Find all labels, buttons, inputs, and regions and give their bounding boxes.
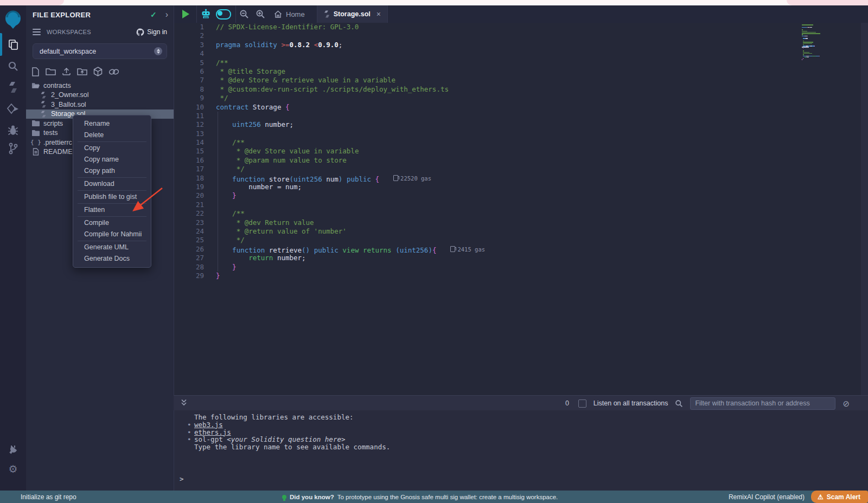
code-lines: 1// SPDX-License-Identifier: GPL-3.023pr… <box>174 23 868 280</box>
tree-item-3-ballot-sol[interactable]: 3_Ballot.sol <box>26 100 174 109</box>
close-tab-icon[interactable]: × <box>376 10 381 18</box>
line-number: 5 <box>174 59 204 67</box>
upload-file-icon[interactable] <box>62 67 71 76</box>
main-area: Home Storage.sol × 1// SPDX-License-Iden… <box>174 5 868 491</box>
line-number: 9 <box>174 94 204 102</box>
tree-item-label: scripts <box>43 120 63 127</box>
context-menu-item-generate-uml[interactable]: Generate UML <box>73 242 151 253</box>
editor-scrollbar[interactable] <box>861 23 868 395</box>
git-init-button[interactable]: Initialize as git repo <box>0 493 76 501</box>
terminal-line: •sol-gpt <your Solidity question here> <box>174 436 868 443</box>
line-number: 7 <box>174 76 204 85</box>
terminal-line: •ethers.js <box>174 429 868 436</box>
workspace-selected-value: default_workspace <box>40 48 154 55</box>
line-number: 13 <box>174 130 204 138</box>
chevron-right-icon[interactable]: › <box>165 10 168 20</box>
workspace-select[interactable]: default_workspace <box>33 43 167 59</box>
braces-icon: { } <box>31 139 40 146</box>
context-menu-item-publish-file-to-gist[interactable]: Publish file to gist <box>73 191 151 203</box>
minimap[interactable] <box>801 23 840 395</box>
tab-storage-sol[interactable]: Storage.sol × <box>317 5 387 23</box>
code-editor[interactable]: 1// SPDX-License-Identifier: GPL-3.023pr… <box>174 23 868 395</box>
context-menu-item-rename[interactable]: Rename <box>73 118 151 130</box>
terminal-line: •web3.js <box>174 421 868 429</box>
context-menu-item-copy-path[interactable]: Copy path <box>73 165 151 177</box>
scam-alert-button[interactable]: ⚠ Scam Alert <box>811 491 868 503</box>
code-line-7: 7 * @dev Store & retrieve value in a var… <box>174 76 868 85</box>
lightbulb-icon <box>282 495 286 499</box>
search-icon[interactable] <box>0 57 26 75</box>
line-number: 21 <box>174 201 204 209</box>
context-menu-item-delete[interactable]: Delete <box>73 130 151 141</box>
code-line-14: 14 /** <box>174 138 868 147</box>
line-number: 20 <box>174 191 204 200</box>
tree-item-2-owner-sol[interactable]: 2_Owner.sol <box>26 91 174 100</box>
zoom-in-icon[interactable] <box>252 9 269 19</box>
code-line-25: 25 */ <box>174 236 868 244</box>
line-number: 27 <box>174 254 204 262</box>
terminal-prompt[interactable]: > <box>180 475 184 483</box>
solidity-compiler-icon[interactable] <box>0 78 26 96</box>
context-menu-item-copy[interactable]: Copy <box>73 143 151 154</box>
debugger-icon[interactable] <box>0 121 26 139</box>
code-line-11: 11 <box>174 112 868 120</box>
upload-folder-icon[interactable] <box>77 67 87 76</box>
copilot-toggle[interactable] <box>216 9 231 20</box>
context-menu-item-copy-name[interactable]: Copy name <box>73 154 151 165</box>
code-line-6: 6 * @title Storage <box>174 67 868 76</box>
line-number: 28 <box>174 263 204 272</box>
new-folder-icon[interactable] <box>46 67 56 76</box>
line-number: 18 <box>174 174 204 183</box>
home-icon <box>274 10 282 18</box>
copilot-status[interactable]: RemixAI Copilot (enabled) <box>729 493 805 501</box>
sign-in-button[interactable]: Sign in <box>136 28 167 36</box>
load-cube-icon[interactable] <box>93 67 103 76</box>
workspaces-menu-icon[interactable] <box>33 27 41 37</box>
tree-item-label: 2_Owner.sol <box>51 91 88 99</box>
code-line-16: 16 * @param num value to store <box>174 156 868 165</box>
library-link[interactable]: ethers.js <box>194 429 231 436</box>
status-bar: Initialize as git repo Did you know? To … <box>0 491 868 503</box>
plugin-manager-icon[interactable] <box>0 441 26 459</box>
context-menu-item-generate-docs[interactable]: Generate Docs <box>73 253 151 265</box>
code-line-13: 13 <box>174 130 868 138</box>
new-file-icon[interactable] <box>31 67 40 76</box>
remixai-assistant-icon[interactable] <box>197 9 215 20</box>
listen-checkbox[interactable] <box>578 399 586 408</box>
library-link[interactable]: web3.js <box>194 421 223 429</box>
import-link-icon[interactable] <box>108 68 119 76</box>
code-line-15: 15 * @dev Store value in variable <box>174 147 868 156</box>
editor-toolbar: Home Storage.sol × <box>174 5 868 23</box>
code-line-26: 26 function retrieve() public view retur… <box>174 245 868 254</box>
remix-logo-icon[interactable] <box>0 9 26 31</box>
expand-terminal-icon[interactable] <box>181 398 187 408</box>
tab-home[interactable]: Home <box>269 10 317 18</box>
code-line-27: 27 return number; <box>174 254 868 262</box>
context-menu-item-compile[interactable]: Compile <box>73 217 151 229</box>
run-script-button[interactable] <box>182 10 189 18</box>
browser-edge-left <box>0 0 64 5</box>
clear-console-icon[interactable]: ⊘ <box>843 399 850 408</box>
gas-estimate-badge: 2415 gas <box>450 245 485 254</box>
context-menu-item-compile-for-nahmii[interactable]: Compile for Nahmii <box>73 229 151 240</box>
tree-item-label: tests <box>43 129 58 137</box>
line-number: 22 <box>174 209 204 218</box>
terminal-output[interactable]: The following libraries are accessible:•… <box>174 410 868 491</box>
code-line-19: 19 number = num; <box>174 183 868 191</box>
solidity-file-icon <box>324 10 330 18</box>
tree-item-contracts[interactable]: contracts <box>26 81 174 91</box>
code-line-21: 21 <box>174 201 868 209</box>
settings-icon[interactable]: ⚙ <box>0 460 26 478</box>
code-line-24: 24 * @return value of 'number' <box>174 227 868 236</box>
remix-ide-window: ⚙ FILE EXPLORER ✓ › WORKSPACES Sign in d… <box>0 0 868 503</box>
deploy-run-icon[interactable] <box>0 100 26 118</box>
transaction-filter-input[interactable] <box>690 397 835 410</box>
line-number: 23 <box>174 218 204 227</box>
context-menu-item-flatten[interactable]: Flatten <box>73 204 151 216</box>
terminal-search-icon[interactable] <box>675 399 683 408</box>
icon-sidebar: ⚙ <box>0 5 27 503</box>
file-explorer-icon[interactable] <box>0 35 26 54</box>
zoom-out-icon[interactable] <box>236 9 252 19</box>
context-menu-item-download[interactable]: Download <box>73 178 151 190</box>
git-icon[interactable] <box>0 139 26 158</box>
